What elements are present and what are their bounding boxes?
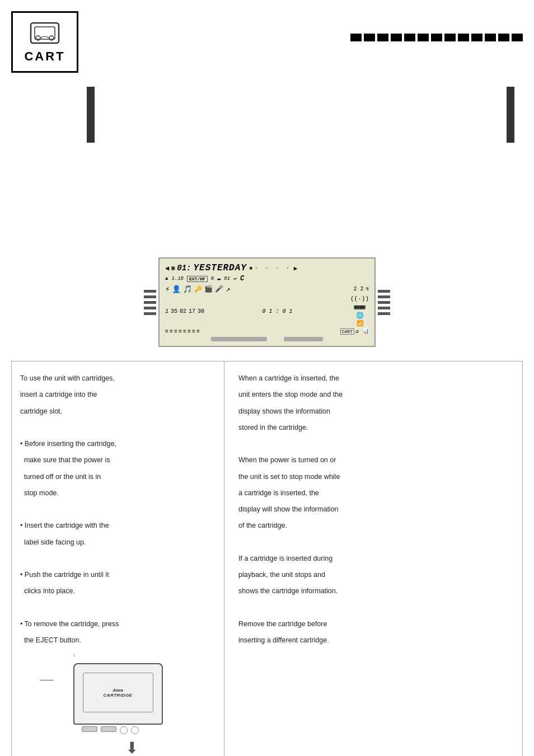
icon-r3-1: ⚡ [165, 284, 170, 294]
right-para-9: display will show the information [238, 504, 508, 515]
speed-val: 1.18 [171, 276, 184, 281]
right-para-5 [238, 438, 508, 450]
svg-rect-1 [35, 27, 55, 39]
icon-r3-7: ↗ [226, 285, 230, 294]
bottom-seg-2 [284, 337, 323, 341]
cartridge-body-top: Aiwa CARTRIDGE [73, 663, 163, 725]
right-para-16: Remove the cartridge before [238, 618, 508, 630]
right-para-1: When a cartridge is inserted, the [238, 373, 508, 384]
left-para-16: • To remove the cartridge, press [20, 618, 216, 630]
eq-bar: ≡ [196, 328, 200, 335]
right-para-12: If a cartridge is inserted during [238, 553, 508, 565]
display-panel: ◀ ▣ 01: YESTERDAY ✱ · · · · ▶ ▲ 1.18 EXT… [158, 257, 376, 347]
right-para-13: playback, the unit stops and [238, 569, 508, 581]
eq-bar: ≡ [174, 328, 177, 335]
dash-line-top [350, 34, 523, 41]
track-title: YESTERDAY [193, 263, 246, 273]
return-icon: ↩ [233, 275, 237, 282]
cartridge-label: Aiwa CARTRIDGE [83, 673, 153, 712]
dash-sq [444, 34, 456, 41]
eq-bar: ≡ [170, 328, 173, 335]
cartridge-text: CARTRIDGE [104, 693, 133, 698]
right-para-10: of the cartridge. [238, 520, 508, 532]
tail-icon: ↺ [355, 328, 359, 335]
globe-icon: 🌐 [356, 312, 364, 319]
num-30: 30 [198, 308, 204, 314]
icon-r3-4: 🔑 [194, 285, 202, 293]
left-para-9 [20, 504, 216, 515]
indicator-line [144, 295, 156, 298]
main-left-column: To use the unit with cartridges, insert … [12, 361, 224, 756]
right-para-15 [238, 602, 508, 614]
right-para-2: unit enters the stop mode and the [238, 389, 508, 401]
cartridge-tabs [82, 726, 196, 734]
arrow-right-display: ▶ [294, 265, 298, 272]
svg-point-2 [36, 36, 40, 40]
cart-icon [28, 20, 62, 48]
indicator-line [144, 307, 156, 309]
indicator-line-r [378, 312, 390, 315]
cartridge-brand: Aiwa [113, 688, 123, 693]
track-count: 01 [224, 276, 230, 281]
left-para-10: • Insert the cartridge with the [20, 520, 216, 532]
indicator-line-r [378, 307, 390, 309]
grid-icon: ▦▦▦ [354, 303, 366, 311]
dash-sq [364, 34, 375, 41]
indicator-line [144, 301, 156, 304]
format-badge: EXT/HF [187, 276, 208, 282]
dash-sq [458, 34, 469, 41]
display-row4: 1 35 02 17 30 0 1 : 0 1 ((·)) ▦▦▦ 🌐 📶 [165, 295, 369, 327]
indicator-line-r [378, 295, 390, 298]
dash-sq [498, 34, 509, 41]
right-para-11 [238, 537, 508, 548]
dash-sq [391, 34, 402, 41]
cart-text-label: CART [24, 49, 65, 64]
display-row2: ▲ 1.18 EXT/HF 0 ▬ 01 ↩ C [165, 275, 369, 283]
play-arrow: ◀ [165, 264, 169, 273]
bottom-seg-1 [211, 337, 267, 341]
left-para-2: insert a cartridge into the [20, 389, 216, 401]
display-bottom-bar [165, 337, 369, 341]
main-right-column: When a cartridge is inserted, the unit e… [224, 361, 522, 756]
icon-r3-6: 🎤 [215, 285, 223, 293]
dash-sq [404, 34, 415, 41]
star-icon: ✱ [249, 265, 252, 271]
bars-icon: ▬ [217, 276, 221, 282]
right-para-8: a cartridge is inserted, the [238, 487, 508, 499]
left-para-1: To use the unit with cartridges, [20, 373, 216, 384]
top-header: CART [0, 0, 534, 78]
main-content: To use the unit with cartridges, insert … [11, 361, 523, 756]
indicator-line [144, 290, 156, 293]
tab-circle-1 [120, 726, 128, 734]
eq-bar: ≡ [192, 328, 195, 335]
mode-icon: ▲ [165, 276, 168, 281]
num-17: 17 [189, 308, 195, 314]
dash-sq [377, 34, 388, 41]
counter-val: 0 [211, 276, 214, 281]
right-para-6: When the power is turned on or [238, 454, 508, 466]
num-1: 1 [165, 308, 168, 314]
left-para-7: turned off or the unit is in [20, 471, 216, 483]
dash-sq [485, 34, 496, 41]
left-para-6: make sure that the power is [20, 454, 216, 466]
left-para-12 [20, 553, 216, 565]
right-icon-col: ((·)) ▦▦▦ 🌐 📶 [350, 295, 369, 327]
indicator-line-r [378, 301, 390, 304]
right-para-7: the unit is set to stop mode while [238, 471, 508, 483]
display-row1: ◀ ▣ 01: YESTERDAY ✱ · · · · ▶ [165, 263, 369, 273]
svg-point-3 [49, 36, 54, 40]
left-para-8: stop mode. [20, 487, 216, 499]
num-r3-2: ↯ [366, 286, 369, 292]
left-para-15 [20, 602, 216, 614]
icon-r3-3: 🎵 [183, 285, 192, 294]
num-02: 02 [180, 308, 186, 314]
indicator-line [144, 312, 156, 315]
left-para-13: • Push the cartridge in until it [20, 569, 216, 581]
left-para-11: label side facing up. [20, 537, 216, 548]
left-para-4 [20, 422, 216, 434]
dash-sq [418, 34, 429, 41]
left-para-17: the EJECT button. [20, 635, 216, 646]
eq-bar: ≡ [188, 328, 191, 335]
display-row3: ⚡ 👤 🎵 🔑 🎬 🎤 ↗ 2 2 ↯ [165, 284, 369, 294]
small-icon-tape: ▣ [171, 265, 175, 271]
